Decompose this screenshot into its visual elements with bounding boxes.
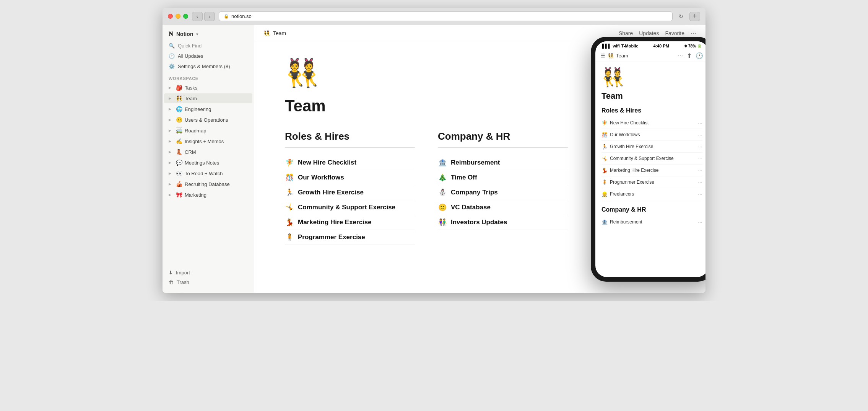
list-item[interactable]: 🙂VC Database: [438, 200, 568, 215]
new-tab-button[interactable]: +: [689, 12, 700, 21]
recruiting-icon: 🎪: [176, 181, 182, 187]
meetings-icon: 💬: [176, 160, 182, 166]
list-item[interactable]: 🏦Reimbursement: [438, 155, 568, 170]
phone-nav-bar: ☰ 👯 Team ··· ⬆ 🕐: [595, 50, 705, 62]
more-dots-icon[interactable]: ···: [698, 155, 702, 161]
list-item[interactable]: 💃Marketing Hire Exercise: [285, 215, 415, 230]
phone-frame: ▌▌▌ wifi T-Mobile 4:40 PM ❋ 78% 🔋: [591, 37, 705, 282]
more-dots-icon[interactable]: ···: [698, 120, 702, 126]
breadcrumb-title: Team: [273, 30, 286, 36]
chevron-right-icon: ▶: [169, 139, 173, 143]
all-updates-label: All Updates: [178, 53, 203, 59]
quick-find[interactable]: 🔍 Quick Find: [163, 41, 254, 51]
list-item[interactable]: 🎊Our Workflows···: [601, 129, 702, 141]
item-emoji: 🎊: [601, 132, 608, 138]
phone-nav-right: ··· ⬆ 🕐: [678, 52, 703, 59]
sidebar-item-engineering[interactable]: ▶ 🌐 Engineering: [164, 104, 252, 114]
more-dots-icon[interactable]: ···: [698, 219, 702, 225]
sidebar-item-tasks[interactable]: ▶ 🎒 Tasks: [164, 83, 252, 93]
item-emoji: 🏦: [601, 219, 608, 225]
page-icon: 👯: [285, 57, 568, 89]
marketing-icon: 🎀: [176, 192, 182, 198]
list-item[interactable]: 🧍Programmer Exercise···: [601, 176, 702, 188]
phone-more-icon[interactable]: ···: [678, 52, 683, 59]
sidebar-item-meetings-notes[interactable]: ▶ 💬 Meetings Notes: [164, 158, 252, 168]
list-item[interactable]: 👫Investors Updates: [438, 215, 568, 230]
sidebar-item-insights-memos[interactable]: ▶ ✍️ Insights + Memos: [164, 136, 252, 146]
updates-button[interactable]: Updates: [639, 30, 659, 36]
engineering-icon: 🌐: [176, 106, 182, 112]
phone-list-item-left: 👷Freelancers: [601, 191, 634, 197]
trash-icon: 🗑: [169, 279, 174, 285]
item-label: Marketing Hire Exercise: [610, 168, 658, 173]
reload-button[interactable]: ↻: [676, 12, 686, 21]
phone-share-icon[interactable]: ⬆: [687, 52, 692, 59]
back-button[interactable]: ‹: [192, 12, 203, 21]
more-dots-icon[interactable]: ···: [698, 191, 702, 197]
sidebar-item-recruiting[interactable]: ▶ 🎪 Recruiting Database: [164, 179, 252, 189]
list-item[interactable]: 🤸Community & Support Exercise: [285, 200, 415, 215]
list-item[interactable]: 🏃Growth Hire Exercise: [285, 185, 415, 200]
chevron-right-icon: ▶: [169, 161, 173, 165]
item-label: Community & Support Exercise: [298, 204, 395, 211]
trash-button[interactable]: 🗑 Trash: [169, 277, 248, 287]
address-bar[interactable]: 🔒 notion.so: [219, 11, 673, 21]
minimize-button[interactable]: [176, 14, 180, 19]
item-label: Programmer Exercise: [610, 179, 654, 185]
page-title: Team: [285, 97, 568, 115]
sidebar-item-roadmap[interactable]: ▶ 🚎 Roadmap: [164, 126, 252, 135]
forward-button[interactable]: ›: [204, 12, 215, 21]
list-item[interactable]: 🎊Our Workflows: [285, 170, 415, 185]
section-divider: [438, 147, 568, 148]
workspace-name: Notion: [176, 31, 193, 37]
phone-company-section: Company & HR 🏦Reimbursement···: [601, 206, 702, 228]
import-icon: ⬇: [169, 270, 173, 276]
sidebar-item-users-operations[interactable]: ▶ 🙂 Users & Operations: [164, 115, 252, 125]
list-item[interactable]: ⛄Company Trips: [438, 185, 568, 200]
favorite-button[interactable]: Favorite: [665, 30, 684, 36]
settings-members[interactable]: ⚙️ Settings & Members (8): [163, 61, 254, 72]
list-item[interactable]: 🏃Growth Hire Exercise···: [601, 141, 702, 153]
team-label: Team: [185, 96, 249, 101]
more-options-button[interactable]: ···: [691, 29, 696, 37]
sidebar-item-marketing[interactable]: ▶ 🎀 Marketing: [164, 190, 252, 200]
list-item[interactable]: 🤸Community & Support Exercise···: [601, 153, 702, 165]
list-item[interactable]: 💃Marketing Hire Exercise···: [601, 165, 702, 176]
item-emoji: ⛄: [438, 188, 447, 197]
item-label: Growth Hire Exercise: [610, 144, 653, 149]
page-header-bar: 👯 Team Share Updates Favorite ···: [254, 25, 705, 41]
roles-hires-title: Roles & Hires: [285, 130, 415, 142]
url-text: notion.so: [231, 13, 252, 19]
sidebar-item-crm[interactable]: ▶ 👢 CRM: [164, 147, 252, 157]
import-button[interactable]: ⬇ Import: [169, 268, 248, 277]
phone-history-icon[interactable]: 🕐: [696, 52, 703, 59]
list-item[interactable]: 🎄Time Off: [438, 170, 568, 185]
phone-roles-list: 🧚New Hire Checklist···🎊Our Workflows···🏃…: [601, 117, 702, 200]
item-label: New Hire Checklist: [298, 159, 356, 166]
item-label: Growth Hire Exercise: [298, 189, 364, 196]
list-item[interactable]: 👷Freelancers···: [601, 188, 702, 200]
list-item[interactable]: 🧚New Hire Checklist: [285, 155, 415, 170]
all-updates[interactable]: 🕐 All Updates: [163, 51, 254, 61]
more-dots-icon[interactable]: ···: [698, 179, 702, 185]
sidebar-item-team[interactable]: ▶ 👯 Team: [164, 93, 252, 103]
more-dots-icon[interactable]: ···: [698, 132, 702, 138]
close-button[interactable]: [168, 14, 173, 19]
more-dots-icon[interactable]: ···: [698, 144, 702, 150]
share-button[interactable]: Share: [619, 30, 633, 36]
list-item[interactable]: 🧍Programmer Exercise: [285, 230, 415, 245]
roadmap-icon: 🚎: [176, 127, 182, 134]
settings-label: Settings & Members (8): [178, 64, 230, 69]
list-item[interactable]: 🏦Reimbursement···: [601, 216, 702, 228]
sidebar-item-to-read-watch[interactable]: ▶ 👀 To Read + Watch: [164, 168, 252, 178]
quick-find-label: Quick Find: [178, 43, 202, 49]
workspace-header[interactable]: 𝐍 Notion ▾: [163, 25, 254, 41]
phone-nav-title: Team: [616, 53, 628, 59]
maximize-button[interactable]: [183, 14, 188, 19]
two-column-layout: Roles & Hires 🧚New Hire Checklist🎊Our Wo…: [285, 130, 568, 245]
list-item[interactable]: 🧚New Hire Checklist···: [601, 117, 702, 129]
more-dots-icon[interactable]: ···: [698, 167, 702, 173]
item-label: Reimbursement: [451, 159, 500, 166]
wifi-icon: wifi: [613, 44, 619, 48]
phone-list-item-left: 💃Marketing Hire Exercise: [601, 168, 658, 173]
